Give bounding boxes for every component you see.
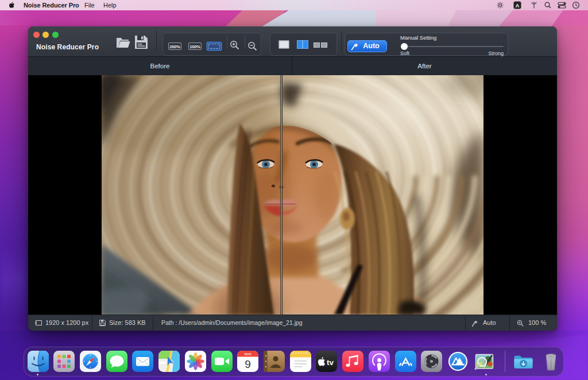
svg-text:A: A bbox=[516, 2, 520, 9]
svg-text:tv: tv bbox=[327, 358, 334, 367]
svg-text:MAR: MAR bbox=[245, 352, 252, 356]
svg-text:9: 9 bbox=[245, 358, 252, 370]
